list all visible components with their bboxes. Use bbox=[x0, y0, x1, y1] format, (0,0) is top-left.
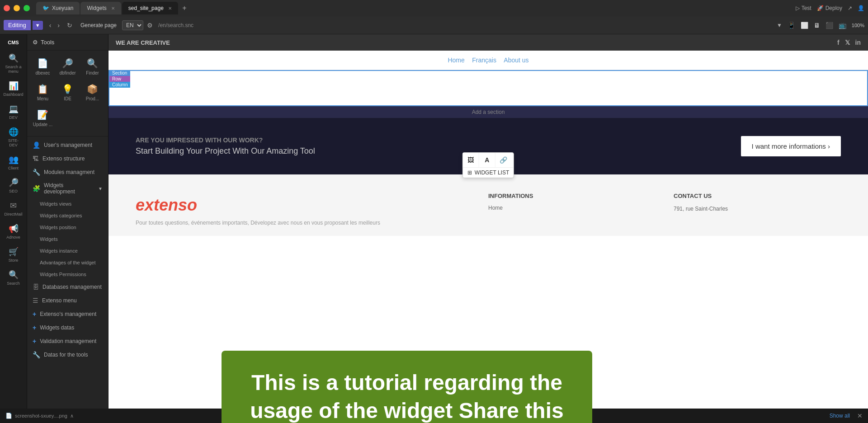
tool-menu[interactable]: 📋 Menu bbox=[31, 80, 55, 105]
sidebar-item-store[interactable]: 🛒 Store bbox=[3, 244, 24, 265]
mobile-icon[interactable]: 📱 bbox=[786, 21, 797, 30]
nav-link-about[interactable]: About us bbox=[504, 56, 528, 64]
page-canvas: Home Français About us Section Row Colum… bbox=[108, 51, 868, 423]
device-icons: 📱 ⬜ 🖥 ⬛ 📺 bbox=[786, 21, 848, 30]
facebook-icon[interactable]: f bbox=[837, 39, 840, 46]
footer-link-home[interactable]: Home bbox=[488, 205, 656, 211]
footer-contact-title: CONTACT US bbox=[674, 193, 841, 199]
nav-item-databases[interactable]: 🗄 Databases management bbox=[27, 280, 108, 294]
tool-prod[interactable]: 📦 Prod... bbox=[80, 80, 104, 105]
language-select[interactable]: EN FR bbox=[122, 20, 143, 30]
cms-sidebar: CMS 🔍 Search a menu 📊 Dashboard 💻 DEV 🌐 … bbox=[0, 34, 27, 423]
close-tab-widgets[interactable]: ✕ bbox=[111, 6, 115, 11]
nav-item-users-management[interactable]: 👤 User's management bbox=[27, 138, 108, 152]
wide-desktop-icon[interactable]: ⬛ bbox=[824, 21, 835, 30]
add-section-bar[interactable]: Add a section bbox=[108, 106, 868, 118]
toolbar-gear-button[interactable]: ⚙ bbox=[145, 20, 155, 31]
footer-section: extenso Pour toutes questions, événement… bbox=[108, 174, 868, 236]
tutorial-text: This is a tutorial regarding the usage o… bbox=[235, 369, 579, 423]
cta-button[interactable]: I want more informations › bbox=[741, 136, 841, 156]
linkedin-icon[interactable]: in bbox=[855, 39, 861, 46]
nav-item-modules-managment[interactable]: 🔧 Modules managment bbox=[27, 165, 108, 179]
nav-forward-button[interactable]: › bbox=[55, 20, 62, 31]
editing-button[interactable]: Editing bbox=[4, 20, 31, 30]
nav-item-widgets-categories[interactable]: Widgets categories bbox=[27, 210, 108, 221]
nav-item-widgets-instance[interactable]: Widgets instance bbox=[27, 245, 108, 257]
sidebar-item-client[interactable]: 👥 Client bbox=[3, 152, 24, 173]
footer-address: 791, rue Saint-Charles bbox=[674, 205, 841, 213]
menu-icon: 📋 bbox=[37, 84, 48, 94]
inline-toolbar: 🖼 A 🔗 ⊞ WIDGET LIST bbox=[462, 152, 514, 178]
tv-icon[interactable]: 📺 bbox=[837, 21, 848, 30]
close-window-icon[interactable] bbox=[4, 5, 10, 11]
tool-finder[interactable]: 🔍 Finder bbox=[80, 54, 104, 79]
tab-xueyuan[interactable]: 🐦 Xueyuan bbox=[36, 2, 80, 14]
main-layout: CMS 🔍 Search a menu 📊 Dashboard 💻 DEV 🌐 … bbox=[0, 34, 868, 423]
dashboard-icon: 📊 bbox=[9, 81, 19, 91]
sidebar-item-dev[interactable]: 💻 DEV bbox=[3, 101, 24, 122]
sidebar-item-dashboard[interactable]: 📊 Dashboard bbox=[3, 78, 24, 99]
selected-section[interactable]: Section Row Column 🖼 A 🔗 ⊞ WIDG bbox=[108, 70, 868, 106]
extenso-mgmt-icon: + bbox=[33, 310, 36, 318]
deploy-button[interactable]: 🚀 Deploy bbox=[817, 5, 842, 11]
tool-update[interactable]: 📝 Update ... bbox=[31, 106, 55, 131]
nav-item-datas-tools[interactable]: 🔧 Datas for the tools bbox=[27, 348, 108, 362]
nav-item-validation[interactable]: + Validation management bbox=[27, 334, 108, 348]
minimize-window-icon[interactable] bbox=[14, 5, 20, 11]
desktop-icon[interactable]: 🖥 bbox=[812, 21, 822, 30]
nav-item-widgets-permissions[interactable]: Widgets Permissions bbox=[27, 268, 108, 280]
nav-link-francais[interactable]: Français bbox=[472, 56, 496, 64]
content-area: WE ARE CREATIVE f 𝕏 in Home Français Abo… bbox=[108, 34, 868, 423]
nav-item-advantages-widget[interactable]: Advantages of the widget bbox=[27, 257, 108, 268]
expand-file-icon[interactable]: ∧ bbox=[70, 413, 74, 419]
nav-item-extenso-menu[interactable]: ☰ Extenso menu bbox=[27, 294, 108, 307]
sidebar-item-search-menu[interactable]: 🔍 Search a menu bbox=[3, 51, 24, 76]
toolbar-dropdown-arrow[interactable]: ▼ bbox=[777, 22, 782, 28]
tab-sed-site-page[interactable]: sed_site_page ✕ bbox=[122, 2, 178, 14]
file-name: screenshot-sxuey....png bbox=[15, 413, 67, 418]
site-header-right: f 𝕏 in bbox=[837, 39, 861, 46]
text-format-button[interactable]: A bbox=[479, 153, 495, 167]
nav-back-button[interactable]: ‹ bbox=[47, 20, 54, 31]
image-insert-button[interactable]: 🖼 bbox=[463, 153, 479, 167]
nav-item-widgets-datas[interactable]: + Widgets datas bbox=[27, 321, 108, 334]
bottom-file: 📄 screenshot-sxuey....png ∧ bbox=[5, 413, 74, 419]
sidebar-item-adnove[interactable]: 📢 Adnove bbox=[3, 221, 24, 242]
tool-dbexec[interactable]: 📄 dbexec bbox=[31, 54, 55, 79]
profile-button[interactable]: 👤 bbox=[858, 5, 864, 11]
sidebar-item-seo[interactable]: 🔎 SEO bbox=[3, 175, 24, 196]
nav-item-extenso-structure[interactable]: 🏗 Extenso structure bbox=[27, 152, 108, 165]
widget-list-button[interactable]: ⊞ WIDGET LIST bbox=[463, 167, 514, 178]
tab-widgets[interactable]: Widgets ✕ bbox=[80, 2, 121, 14]
nav-item-widgets-development[interactable]: 🧩 Widgets development ▼ bbox=[27, 179, 108, 198]
add-tab-button[interactable]: + bbox=[179, 3, 190, 14]
sidebar-item-directmail[interactable]: ✉ DirectMail bbox=[3, 198, 24, 219]
nav-item-widgets[interactable]: Widgets bbox=[27, 233, 108, 245]
close-tab-sed-site[interactable]: ✕ bbox=[168, 6, 172, 11]
footer-logo: extenso bbox=[136, 193, 470, 214]
refresh-button[interactable]: ↻ bbox=[64, 20, 75, 31]
twitter-icon[interactable]: 𝕏 bbox=[845, 39, 850, 46]
sidebar-item-search[interactable]: 🔍 Search bbox=[3, 267, 24, 288]
tool-dbfinder[interactable]: 🔎 dbfinder bbox=[56, 54, 80, 79]
tablet-small-icon[interactable]: ⬜ bbox=[799, 21, 810, 30]
test-button[interactable]: ▷ Test bbox=[796, 5, 811, 11]
sidebar-item-site-dev[interactable]: 🌐 SITE-DEV bbox=[3, 124, 24, 150]
generate-page-button[interactable]: Generate page bbox=[77, 20, 120, 30]
external-link-button[interactable]: ↗ bbox=[848, 5, 852, 11]
nav-item-extenso-management[interactable]: + Extenso's management bbox=[27, 307, 108, 321]
row-label: Row bbox=[109, 76, 130, 82]
nav-item-widgets-position[interactable]: Widgets position bbox=[27, 221, 108, 233]
nav-item-widgets-views[interactable]: Widgets views bbox=[27, 198, 108, 210]
close-bottom-bar-button[interactable]: ✕ bbox=[857, 412, 863, 419]
file-icon: 📄 bbox=[5, 413, 12, 419]
editing-dropdown[interactable]: ▼ bbox=[33, 21, 43, 30]
widget-list-icon: ⊞ bbox=[467, 169, 472, 176]
show-all-button[interactable]: Show all bbox=[830, 413, 850, 419]
maximize-window-icon[interactable] bbox=[24, 5, 30, 11]
users-management-icon: 👤 bbox=[33, 141, 40, 149]
nav-link-home[interactable]: Home bbox=[448, 56, 464, 64]
tool-ide[interactable]: 💡 IDE bbox=[56, 80, 80, 105]
footer-info-col: INFORMATIONS Home bbox=[488, 193, 656, 227]
link-button[interactable]: 🔗 bbox=[495, 153, 512, 167]
